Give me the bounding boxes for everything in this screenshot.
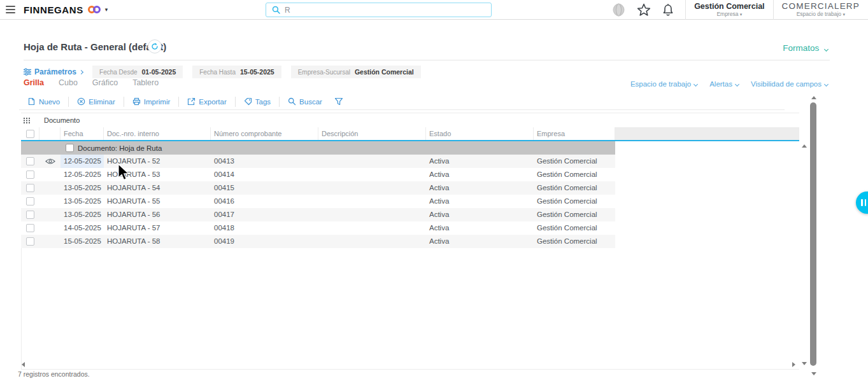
cell-numero-comprobante[interactable]: 00418 <box>211 221 318 235</box>
cell-descripcion[interactable] <box>318 195 426 208</box>
hscroll-left-arrow[interactable] <box>22 362 25 367</box>
column-header-doc-nro-interno[interactable]: Doc.-nro. interno <box>104 127 211 140</box>
search-input[interactable] <box>285 6 476 15</box>
cell-estado[interactable]: Activa <box>426 235 534 248</box>
table-row[interactable]: 13-05-2025 HOJARUTA - 54 00415 Activa Ge… <box>21 181 615 195</box>
group-checkbox[interactable] <box>66 144 74 152</box>
grid-scroll-down-arrow[interactable] <box>802 362 807 365</box>
group-band-label[interactable]: Documento <box>44 116 80 124</box>
row-eye-cell[interactable] <box>39 155 60 168</box>
row-checkbox[interactable] <box>26 237 34 246</box>
table-row[interactable]: 15-05-2025 HOJARUTA - 58 00419 Activa Ge… <box>21 235 615 248</box>
cell-fecha[interactable]: 14-05-2025 <box>60 221 104 235</box>
new-button[interactable]: Nuevo <box>19 95 68 108</box>
global-search[interactable] <box>266 3 492 17</box>
cell-estado[interactable]: Activa <box>426 181 534 195</box>
cell-fecha[interactable]: 12-05-2025 <box>60 168 104 181</box>
cell-empresa[interactable]: Gestión Comercial <box>534 181 615 195</box>
cell-descripcion[interactable] <box>318 221 426 235</box>
parameter-chip[interactable]: Fecha Desde 01-05-2025 <box>92 66 183 78</box>
cell-descripcion[interactable] <box>318 155 426 168</box>
filter-button[interactable] <box>334 97 343 106</box>
cell-estado[interactable]: Activa <box>426 208 534 221</box>
table-row[interactable]: 12-05-2025 HOJARUTA - 53 00414 Activa Ge… <box>21 168 615 181</box>
view-link[interactable]: Visibilidad de campos <box>751 80 828 88</box>
grid-scroll-up-arrow[interactable] <box>802 144 807 148</box>
column-header-empresa[interactable]: Empresa <box>534 127 615 140</box>
formats-dropdown[interactable]: Formatos <box>783 43 828 53</box>
row-checkbox[interactable] <box>26 197 34 205</box>
cell-numero-comprobante[interactable]: 00414 <box>211 168 318 181</box>
drag-grid-icon[interactable] <box>24 117 30 123</box>
cell-fecha[interactable]: 13-05-2025 <box>60 195 104 208</box>
view-tab[interactable]: Cubo <box>59 78 78 87</box>
row-checkbox[interactable] <box>26 224 34 232</box>
favorites-star-icon[interactable] <box>637 3 651 17</box>
row-checkbox[interactable] <box>26 211 34 219</box>
cell-descripcion[interactable] <box>318 168 426 181</box>
cell-estado[interactable]: Activa <box>426 168 534 181</box>
parameter-chip[interactable]: Fecha Hasta 15-05-2025 <box>192 66 281 78</box>
column-header-numero-comprobante[interactable]: Número comprobante <box>211 127 318 140</box>
cell-doc-nro-interno[interactable]: HOJARUTA - 57 <box>104 221 211 235</box>
notifications-bell-icon[interactable] <box>662 3 674 17</box>
cell-numero-comprobante[interactable]: 00419 <box>211 235 318 248</box>
page-scroll-down-arrow[interactable] <box>811 372 816 375</box>
cell-empresa[interactable]: Gestión Comercial <box>534 208 615 221</box>
select-all-checkbox[interactable] <box>26 130 34 138</box>
view-link[interactable]: Espacio de trabajo <box>630 80 697 88</box>
cell-doc-nro-interno[interactable]: HOJARUTA - 53 <box>104 168 211 181</box>
cell-fecha[interactable]: 15-05-2025 <box>60 235 104 248</box>
cell-descripcion[interactable] <box>318 181 426 195</box>
search-button[interactable]: Buscar <box>280 95 331 108</box>
cell-doc-nro-interno[interactable]: HOJARUTA - 55 <box>104 195 211 208</box>
workspace-selector[interactable]: COMERCIALERP Espacio de trabajo ▾ <box>773 0 868 20</box>
table-row[interactable]: 13-05-2025 HOJARUTA - 55 00416 Activa Ge… <box>21 195 615 208</box>
side-panel-fab[interactable] <box>856 192 868 214</box>
cell-descripcion[interactable] <box>318 235 426 248</box>
group-row[interactable]: Documento: Hoja de Ruta <box>21 141 615 155</box>
cell-empresa[interactable]: Gestión Comercial <box>534 168 615 181</box>
cell-doc-nro-interno[interactable]: HOJARUTA - 58 <box>104 235 211 248</box>
cell-fecha[interactable]: 12-05-2025 <box>60 155 104 168</box>
hscroll-right-arrow[interactable] <box>792 362 795 367</box>
cell-empresa[interactable]: Gestión Comercial <box>534 221 615 235</box>
column-header-descripcion[interactable]: Descripción <box>318 127 426 140</box>
cell-fecha[interactable]: 13-05-2025 <box>60 181 104 195</box>
print-button[interactable]: Imprimir <box>124 95 179 108</box>
view-tab[interactable]: Tablero <box>132 78 159 87</box>
export-button[interactable]: Exportar <box>179 95 234 108</box>
cell-descripcion[interactable] <box>318 208 426 221</box>
parameters-toggle[interactable]: Parámetros <box>24 67 83 76</box>
row-checkbox[interactable] <box>26 184 34 192</box>
cell-estado[interactable]: Activa <box>426 155 534 168</box>
brand-caret-icon[interactable]: ▾ <box>105 6 108 13</box>
refresh-button[interactable] <box>148 39 162 53</box>
page-scroll-up-arrow[interactable] <box>811 96 816 99</box>
cell-fecha[interactable]: 13-05-2025 <box>60 208 104 221</box>
cell-empresa[interactable]: Gestión Comercial <box>534 195 615 208</box>
menu-icon[interactable] <box>6 6 15 13</box>
column-header-estado[interactable]: Estado <box>426 127 534 140</box>
cell-numero-comprobante[interactable]: 00417 <box>211 208 318 221</box>
cell-doc-nro-interno[interactable]: HOJARUTA - 52 <box>104 155 211 168</box>
table-row[interactable]: 12-05-2025 HOJARUTA - 52 00413 Activa Ge… <box>21 155 615 168</box>
cell-empresa[interactable]: Gestión Comercial <box>534 155 615 168</box>
cell-doc-nro-interno[interactable]: HOJARUTA - 56 <box>104 208 211 221</box>
company-selector[interactable]: Gestión Comercial Empresa ▾ <box>685 0 772 20</box>
cell-estado[interactable]: Activa <box>426 195 534 208</box>
cell-empresa[interactable]: Gestión Comercial <box>534 235 615 248</box>
column-header-fecha[interactable]: Fecha <box>60 127 104 140</box>
row-checkbox[interactable] <box>26 171 34 179</box>
page-scrollbar-thumb[interactable] <box>810 102 816 366</box>
table-row[interactable]: 14-05-2025 HOJARUTA - 57 00418 Activa Ge… <box>21 221 615 235</box>
cell-estado[interactable]: Activa <box>426 221 534 235</box>
row-checkbox[interactable] <box>26 157 34 165</box>
brand-logo-text[interactable]: FINNEGANS <box>24 4 83 15</box>
view-link[interactable]: Alertas <box>709 80 739 88</box>
cell-numero-comprobante[interactable]: 00413 <box>211 155 318 168</box>
tags-button[interactable]: Tags <box>236 95 279 108</box>
cell-numero-comprobante[interactable]: 00416 <box>211 195 318 208</box>
parameter-chip[interactable]: Empresa-Sucursal Gestión Comercial <box>291 66 421 78</box>
globe-icon[interactable] <box>611 3 626 17</box>
